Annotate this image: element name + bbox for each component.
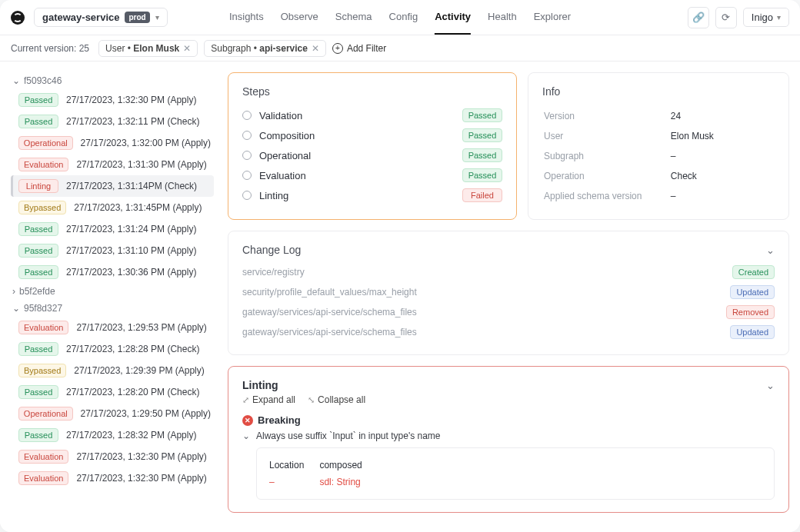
chevron-down-icon: ▾ xyxy=(155,13,159,22)
nav-explorer[interactable]: Explorer xyxy=(534,0,571,35)
nav-insights[interactable]: Insights xyxy=(229,0,264,35)
nav-schema[interactable]: Schema xyxy=(335,0,372,35)
status-badge: Passed xyxy=(18,265,58,279)
info-value[interactable]: Check xyxy=(671,167,773,185)
lint-detail-box: Location composed – sdl: String xyxy=(256,447,775,500)
status-badge: Failed xyxy=(462,188,502,202)
link-icon-button[interactable]: 🔗 xyxy=(688,7,709,28)
activity-row[interactable]: Evaluation27/17/2023, 1:29:53 PM (Apply) xyxy=(11,317,214,338)
changelog-path: security/profile_default_values/max_heig… xyxy=(242,287,730,298)
info-panel: Info Version24UserElon MuskSubgraph–Oper… xyxy=(528,72,789,220)
activity-timestamp: 27/17/2023, 1:29:50 PM (Apply) xyxy=(81,408,211,419)
add-filter-button[interactable]: + Add Filter xyxy=(332,43,386,54)
activity-row[interactable]: Operational27/17/2023, 1:29:50 PM (Apply… xyxy=(11,403,214,424)
status-badge: Passed xyxy=(18,385,58,399)
activity-content: Steps ValidationPassedCompositionPassedO… xyxy=(228,72,789,521)
activity-row[interactable]: Passed27/17/2023, 1:28:28 PM (Check) xyxy=(11,338,214,360)
nav-activity[interactable]: Activity xyxy=(435,0,471,35)
activity-timestamp: 27/17/2023, 1:30:36 PM (Apply) xyxy=(66,267,196,278)
step-row: OperationalPassed xyxy=(242,145,502,165)
step-circle-icon xyxy=(242,191,252,200)
filter-bar: Current version: 25 User • Elon Musk✕Sub… xyxy=(0,35,800,62)
filter-chip[interactable]: User • Elon Musk✕ xyxy=(98,40,198,57)
step-circle-icon xyxy=(242,131,252,140)
changelog-tag: Updated xyxy=(730,285,775,299)
env-tag: prod xyxy=(125,12,149,23)
refresh-icon-button[interactable]: ⟳ xyxy=(715,7,737,28)
nav-observe[interactable]: Observe xyxy=(281,0,318,35)
commit-header[interactable]: ⌄f5093c46 xyxy=(11,72,214,89)
activity-sidebar: ⌄f5093c46Passed27/17/2023, 1:32:30 PM (A… xyxy=(11,72,217,521)
status-badge: Bypassed xyxy=(18,364,66,377)
close-icon[interactable]: ✕ xyxy=(183,43,191,54)
steps-panel: Steps ValidationPassedCompositionPassedO… xyxy=(228,72,517,220)
info-key: Version xyxy=(544,107,669,125)
activity-row[interactable]: Passed27/17/2023, 1:28:20 PM (Check) xyxy=(11,381,214,403)
changelog-path: service/registry xyxy=(242,267,732,278)
activity-timestamp: 27/17/2023, 1:29:39 PM (Apply) xyxy=(74,365,204,376)
step-name: Composition xyxy=(259,130,455,141)
plus-icon: + xyxy=(332,43,343,54)
activity-row[interactable]: Passed27/17/2023, 1:28:32 PM (Apply) xyxy=(11,424,214,446)
activity-row[interactable]: Bypassed27/17/2023, 1:31:45PM (Apply) xyxy=(11,197,214,218)
linting-panel: Linting ⌄ ⤢Expand all ⤡Collapse all ✕ Br… xyxy=(228,366,789,513)
activity-row[interactable]: Passed27/17/2023, 1:32:11 PM (Check) xyxy=(11,111,214,132)
activity-timestamp: 27/17/2023, 1:32:30 PM (Apply) xyxy=(66,95,196,105)
changelog-tag: Updated xyxy=(730,325,775,339)
nav-config[interactable]: Config xyxy=(389,0,418,35)
info-value[interactable]: Elon Musk xyxy=(671,127,773,145)
activity-row[interactable]: Evaluation27/17/2023, 1:31:30 PM (Apply) xyxy=(11,154,214,175)
nav-health[interactable]: Health xyxy=(488,0,517,35)
chevron-down-icon[interactable]: ⌄ xyxy=(766,244,775,256)
detail-header-location: Location xyxy=(269,457,318,473)
add-filter-label: Add Filter xyxy=(347,43,386,54)
status-badge: Linting xyxy=(18,179,58,193)
app-logo xyxy=(11,11,25,25)
commit-header[interactable]: ⌄95f8d327 xyxy=(11,300,214,317)
info-key: Operation xyxy=(544,167,669,185)
status-badge: Operational xyxy=(18,407,73,421)
changelog-tag: Created xyxy=(732,265,775,279)
step-circle-icon xyxy=(242,151,252,160)
activity-row[interactable]: Evaluation27/17/2023, 1:32:30 PM (Apply) xyxy=(11,467,214,489)
info-key: User xyxy=(544,127,669,145)
activity-row[interactable]: Passed27/17/2023, 1:30:36 PM (Apply) xyxy=(11,261,214,283)
status-badge: Operational xyxy=(18,136,73,150)
changelog-title: Change Log xyxy=(242,244,301,256)
step-circle-icon xyxy=(242,111,252,120)
activity-row[interactable]: Bypassed27/17/2023, 1:29:39 PM (Apply) xyxy=(11,360,214,381)
account-dropdown[interactable]: Inigo ▾ xyxy=(743,8,789,27)
changelog-tag: Removed xyxy=(726,305,775,319)
collapse-icon: ⤡ xyxy=(308,395,315,405)
lint-rule-row[interactable]: ⌄ Always use suffix `Input` in input typ… xyxy=(242,431,775,441)
activity-timestamp: 27/17/2023, 1:28:20 PM (Check) xyxy=(66,387,199,397)
status-badge: Passed xyxy=(462,148,502,162)
activity-row[interactable]: Passed27/17/2023, 1:31:24 PM (Apply) xyxy=(11,218,214,240)
commit-header[interactable]: ›b5f2efde xyxy=(11,283,214,300)
detail-header-composed: composed xyxy=(319,457,375,473)
close-icon[interactable]: ✕ xyxy=(312,43,319,54)
expand-all-button[interactable]: ⤢Expand all xyxy=(242,394,295,405)
step-name: Evaluation xyxy=(259,170,455,181)
info-title: Info xyxy=(542,85,775,98)
status-badge: Evaluation xyxy=(18,321,68,334)
activity-row[interactable]: Operational27/17/2023, 1:32:00 PM (Apply… xyxy=(11,132,214,154)
activity-timestamp: 27/17/2023, 1:29:53 PM (Apply) xyxy=(76,322,206,333)
current-version-label: Current version: 25 xyxy=(11,43,89,54)
status-badge: Evaluation xyxy=(18,158,68,171)
activity-row[interactable]: Passed27/17/2023, 1:32:30 PM (Apply) xyxy=(11,89,214,111)
status-badge: Passed xyxy=(18,222,58,236)
changelog-row: service/registryCreated xyxy=(242,262,775,282)
activity-row[interactable]: Evaluation27/17/2023, 1:32:30 PM (Apply) xyxy=(11,446,214,467)
activity-timestamp: 27/17/2023, 1:32:30 PM (Apply) xyxy=(76,451,206,462)
collapse-all-button[interactable]: ⤡Collapse all xyxy=(308,394,365,405)
status-badge: Passed xyxy=(462,168,502,182)
activity-row[interactable]: Passed27/17/2023, 1:31:10 PM (Apply) xyxy=(11,240,214,261)
status-badge: Passed xyxy=(18,342,58,356)
filter-chip[interactable]: Subgraph • api-service✕ xyxy=(204,40,326,57)
changelog-row: security/profile_default_values/max_heig… xyxy=(242,282,775,302)
activity-row[interactable]: Linting27/17/2023, 1:31:14PM (Check) xyxy=(11,175,214,197)
chevron-down-icon[interactable]: ⌄ xyxy=(766,380,775,391)
service-selector[interactable]: gateway-service prod ▾ xyxy=(34,8,168,27)
info-value[interactable]: 24 xyxy=(671,107,773,125)
